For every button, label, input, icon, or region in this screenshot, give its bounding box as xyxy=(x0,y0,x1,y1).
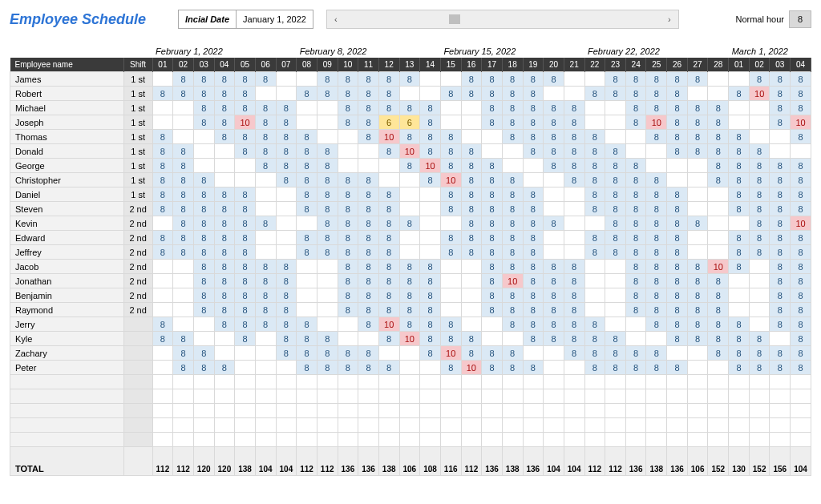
hour-cell[interactable] xyxy=(297,303,317,317)
hour-cell[interactable]: 8 xyxy=(358,288,379,303)
hour-cell[interactable]: 8 xyxy=(625,216,646,231)
hour-cell[interactable] xyxy=(667,346,688,361)
hour-cell[interactable] xyxy=(729,274,750,288)
hour-cell[interactable]: 8 xyxy=(173,173,194,187)
hour-cell[interactable]: 8 xyxy=(317,361,338,375)
hour-cell[interactable] xyxy=(297,260,317,274)
hour-cell[interactable] xyxy=(214,144,235,159)
hour-cell[interactable]: 8 xyxy=(523,144,544,159)
hour-cell[interactable]: 8 xyxy=(214,361,235,375)
hour-cell[interactable] xyxy=(625,317,646,332)
hour-cell[interactable]: 8 xyxy=(378,303,399,317)
hour-cell[interactable]: 8 xyxy=(214,216,235,231)
hour-cell[interactable]: 8 xyxy=(729,317,750,332)
hour-cell[interactable] xyxy=(297,115,317,130)
hour-cell[interactable]: 8 xyxy=(399,72,420,87)
hour-cell[interactable] xyxy=(152,303,173,317)
hour-cell[interactable]: 10 xyxy=(440,346,461,361)
hour-cell[interactable]: 8 xyxy=(791,346,811,361)
hour-cell[interactable]: 8 xyxy=(502,101,523,115)
hour-cell[interactable] xyxy=(502,144,523,159)
hour-cell[interactable]: 8 xyxy=(214,260,235,274)
hour-cell[interactable]: 8 xyxy=(646,245,667,260)
hour-cell[interactable]: 8 xyxy=(440,187,461,202)
hour-cell[interactable]: 8 xyxy=(399,317,420,332)
hour-cell[interactable]: 8 xyxy=(482,187,503,202)
hour-cell[interactable] xyxy=(564,87,584,101)
hour-cell[interactable]: 8 xyxy=(317,216,338,231)
hour-cell[interactable]: 8 xyxy=(358,303,379,317)
hour-cell[interactable]: 8 xyxy=(646,274,667,288)
hour-cell[interactable] xyxy=(482,317,503,332)
hour-cell[interactable] xyxy=(584,216,605,231)
hour-cell[interactable] xyxy=(173,101,194,115)
hour-cell[interactable]: 8 xyxy=(461,332,482,346)
hour-cell[interactable] xyxy=(646,332,667,346)
hour-cell[interactable]: 8 xyxy=(276,303,297,317)
hour-cell[interactable]: 8 xyxy=(646,216,667,231)
hour-cell[interactable]: 8 xyxy=(708,303,729,317)
hour-cell[interactable] xyxy=(297,288,317,303)
hour-cell[interactable]: 8 xyxy=(729,245,750,260)
hour-cell[interactable]: 8 xyxy=(523,317,544,332)
hour-cell[interactable]: 8 xyxy=(584,346,605,361)
hour-cell[interactable]: 8 xyxy=(482,216,503,231)
hour-cell[interactable]: 8 xyxy=(358,130,379,144)
hour-cell[interactable] xyxy=(317,130,338,144)
hour-cell[interactable]: 8 xyxy=(687,303,708,317)
hour-cell[interactable] xyxy=(749,130,770,144)
hour-cell[interactable]: 8 xyxy=(297,361,317,375)
hour-cell[interactable]: 8 xyxy=(667,187,688,202)
hour-cell[interactable]: 8 xyxy=(235,216,256,231)
hour-cell[interactable] xyxy=(276,231,297,245)
hour-cell[interactable]: 8 xyxy=(420,332,441,346)
hour-cell[interactable]: 8 xyxy=(214,317,235,332)
hour-cell[interactable] xyxy=(646,159,667,173)
hour-cell[interactable]: 8 xyxy=(255,317,276,332)
hour-cell[interactable]: 8 xyxy=(605,173,626,187)
hour-cell[interactable] xyxy=(461,288,482,303)
hour-cell[interactable]: 8 xyxy=(749,216,770,231)
hour-cell[interactable]: 8 xyxy=(667,101,688,115)
hour-cell[interactable] xyxy=(584,288,605,303)
hour-cell[interactable] xyxy=(729,101,750,115)
hour-cell[interactable]: 8 xyxy=(235,260,256,274)
hour-cell[interactable]: 8 xyxy=(214,115,235,130)
hour-cell[interactable]: 8 xyxy=(276,144,297,159)
hour-cell[interactable] xyxy=(564,202,584,216)
hour-cell[interactable]: 8 xyxy=(461,173,482,187)
hour-cell[interactable]: 8 xyxy=(544,101,564,115)
hour-cell[interactable]: 8 xyxy=(564,173,584,187)
hour-cell[interactable]: 8 xyxy=(255,216,276,231)
hour-cell[interactable]: 8 xyxy=(255,260,276,274)
hour-cell[interactable]: 8 xyxy=(358,216,379,231)
hour-cell[interactable]: 8 xyxy=(338,216,358,231)
hour-cell[interactable]: 8 xyxy=(564,159,584,173)
hour-cell[interactable]: 8 xyxy=(523,260,544,274)
hour-cell[interactable] xyxy=(729,115,750,130)
hour-cell[interactable] xyxy=(399,173,420,187)
hour-cell[interactable] xyxy=(214,346,235,361)
hour-cell[interactable] xyxy=(687,187,708,202)
hour-cell[interactable]: 8 xyxy=(338,231,358,245)
hour-cell[interactable]: 8 xyxy=(235,87,256,101)
hour-cell[interactable]: 8 xyxy=(584,130,605,144)
hour-cell[interactable]: 8 xyxy=(173,87,194,101)
hour-cell[interactable]: 8 xyxy=(317,159,338,173)
hour-cell[interactable]: 8 xyxy=(378,288,399,303)
hour-cell[interactable]: 8 xyxy=(646,130,667,144)
hour-cell[interactable]: 8 xyxy=(358,187,379,202)
hour-cell[interactable]: 8 xyxy=(173,187,194,202)
hour-cell[interactable] xyxy=(235,173,256,187)
hour-cell[interactable]: 8 xyxy=(317,202,338,216)
hour-cell[interactable] xyxy=(440,260,461,274)
hour-cell[interactable]: 8 xyxy=(791,130,811,144)
hour-cell[interactable]: 8 xyxy=(173,332,194,346)
hour-cell[interactable]: 8 xyxy=(338,260,358,274)
hour-cell[interactable]: 8 xyxy=(152,187,173,202)
scroll-right-icon[interactable]: › xyxy=(661,14,678,24)
hour-cell[interactable]: 8 xyxy=(646,101,667,115)
hour-cell[interactable] xyxy=(544,187,564,202)
hour-cell[interactable] xyxy=(420,72,441,87)
hour-cell[interactable] xyxy=(584,274,605,288)
